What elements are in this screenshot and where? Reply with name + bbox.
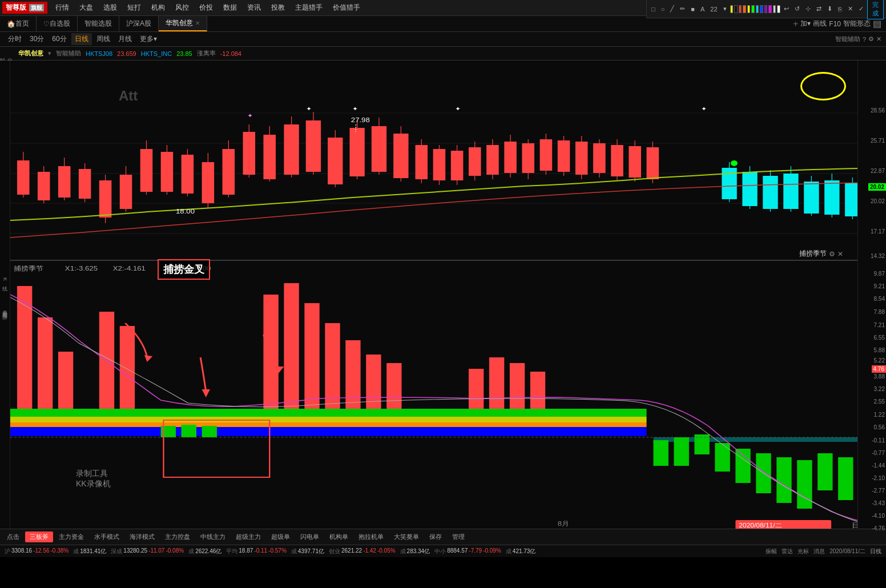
btn-zhuli-kongpan[interactable]: 主力控盘 [160, 531, 195, 542]
tab-home[interactable]: 🏠 首页 [0, 16, 37, 31]
draw-button[interactable]: 画线 [813, 19, 827, 29]
tab-watchlist[interactable]: ♡ 自选股 [37, 16, 78, 31]
color-purple[interactable] [764, 5, 768, 13]
menu-item-jiazhi[interactable]: 价值猎手 [328, 2, 365, 14]
shape-pen-icon[interactable]: ✏ [678, 4, 687, 14]
intel-help-icon[interactable]: ? [863, 36, 866, 43]
transform-icon[interactable]: ⇄ [814, 4, 824, 14]
svg-text:8月: 8月 [558, 520, 569, 527]
btn-jigou-dan[interactable]: 机构单 [325, 531, 353, 542]
period-month[interactable]: 月线 [115, 33, 135, 45]
status-sh-vol: 成 1831.41亿 [73, 547, 106, 555]
btn-zhuli-zijin[interactable]: 主力资金 [54, 531, 88, 542]
shape-square-icon[interactable]: ■ [688, 5, 697, 14]
color-green[interactable] [751, 5, 755, 13]
menu-item-zixun[interactable]: 资讯 [243, 2, 265, 14]
cy-label: 创业 [329, 547, 340, 555]
done-button[interactable]: 完成 [867, 0, 884, 19]
menu-item-dapan[interactable]: 大盘 [75, 2, 98, 14]
btn-shuishou-mode[interactable]: 水手模式 [90, 531, 124, 542]
shape-circle-icon[interactable]: ○ [659, 5, 667, 14]
btn-zhongxian-zhuli[interactable]: 中线主力 [196, 531, 230, 542]
btn-daxiao-ao-dan[interactable]: 大笑獒单 [389, 531, 424, 542]
color-yellow[interactable] [730, 5, 734, 13]
bululijie-settings-icon[interactable]: ⚙ [829, 250, 835, 258]
undo-icon[interactable]: ↩ [782, 4, 791, 14]
color-cyan[interactable] [756, 5, 759, 13]
intel-settings-icon[interactable]: ⚙ [868, 35, 874, 43]
btn-save[interactable]: 保存 [425, 531, 446, 542]
color-red[interactable] [739, 5, 742, 13]
svg-rect-105 [38, 317, 53, 409]
svg-text:18.00: 18.00 [176, 208, 195, 215]
add-tab-button[interactable]: + [793, 19, 798, 29]
btn-chaoji-zhuli[interactable]: 超级主力 [231, 531, 265, 542]
bululijie-close-icon[interactable]: ✕ [837, 250, 843, 258]
ind-neg-1-44: -1.44 [872, 462, 885, 469]
period-fen[interactable]: 分时 [5, 33, 25, 45]
f10-button[interactable]: F10 [829, 20, 841, 28]
font-size-arrow[interactable]: ▾ [721, 4, 729, 14]
menu-item-fengkong[interactable]: 风控 [171, 2, 194, 14]
svg-rect-99 [10, 409, 647, 417]
btn-chaoji-dan[interactable]: 超级单 [267, 531, 295, 542]
stock-info-bar: 分时 华凯创意 ▾ 智能辅助 HKTSJ08 23.659 HKTS_INC 2… [0, 47, 886, 61]
tab-stock-detail[interactable]: 华凯创意 ✕ [159, 16, 207, 31]
menu-item-jigou[interactable]: 机构 [147, 2, 170, 14]
shape-line-icon[interactable]: ╱ [668, 4, 676, 14]
check-icon[interactable]: ✓ [856, 4, 866, 14]
color-blue[interactable] [760, 5, 763, 13]
status-zhengfu-btn[interactable]: 振幅 [766, 547, 777, 555]
layout-button[interactable]: ▤ [873, 18, 881, 29]
status-msg-btn[interactable]: 消息 [813, 547, 825, 555]
period-week[interactable]: 周线 [93, 33, 114, 45]
color-yellow2[interactable] [747, 5, 751, 13]
btn-sanbanfu[interactable]: 三板斧 [25, 531, 53, 542]
btn-baola-dan[interactable]: 抱拉机单 [354, 531, 388, 542]
select-icon[interactable]: ⊹ [803, 4, 813, 14]
menu-item-duanda[interactable]: 短打 [123, 2, 146, 14]
color-black[interactable] [734, 5, 738, 13]
menu-item-xuangu[interactable]: 选股 [99, 2, 122, 14]
status-cursor-btn[interactable]: 光标 [798, 547, 809, 555]
indicator-toggle[interactable]: ▾ [48, 50, 51, 57]
shape-rect-icon[interactable]: □ [649, 5, 658, 14]
svg-text:✦: ✦ [455, 106, 461, 112]
menu-item-shuju[interactable]: 数据 [219, 2, 241, 14]
tab-smart-select[interactable]: 智能选股 [78, 16, 119, 31]
btn-dianji[interactable]: 点击 [2, 531, 24, 542]
intel-close-icon[interactable]: ✕ [876, 35, 881, 43]
menu-item-xingqing[interactable]: 行情 [51, 2, 74, 14]
btn-haiyang-mode[interactable]: 海洋模式 [125, 531, 159, 542]
menu-item-lieishou[interactable]: 主题猎手 [291, 2, 327, 14]
sh-vol-val: 1831.41亿 [80, 547, 106, 555]
btn-shandian-dan[interactable]: 闪电单 [296, 531, 324, 542]
color-white[interactable] [777, 5, 780, 13]
period-more[interactable]: 更多▾ [136, 33, 160, 45]
period-day[interactable]: 日线 [71, 33, 92, 45]
smart-form-button[interactable]: 智能形态 [843, 19, 871, 29]
zx-pct: -0.09% [483, 547, 501, 555]
color-gray[interactable] [773, 5, 776, 13]
btn-manage[interactable]: 管理 [448, 531, 469, 542]
menu-item-toutiao[interactable]: 投教 [267, 2, 289, 14]
period-60[interactable]: 60分 [49, 33, 70, 45]
copy-icon[interactable]: ⎘ [836, 5, 844, 14]
tab-a-shares[interactable]: 沪深A股 [119, 16, 159, 31]
status-cy-vol: 成 283.34亿 [400, 547, 430, 555]
color-magenta[interactable] [768, 5, 772, 13]
text-icon[interactable]: A [698, 5, 707, 14]
download-icon[interactable]: ⬇ [825, 4, 835, 14]
chart-svg-container[interactable]: 27.98 18.00 ✦ ✦ ✦ ✦ ✦ 捕捞季节 X1:-3.625 X2:… [10, 61, 886, 529]
font-size-input[interactable]: 22 [708, 5, 719, 14]
chart-settings-button[interactable]: 加▾ [800, 19, 811, 29]
tab-close-icon[interactable]: ✕ [195, 20, 200, 26]
cy-pct: -0.05% [377, 547, 396, 555]
ind-9-87: 9.87 [874, 271, 885, 277]
menu-item-jiutou[interactable]: 价投 [195, 2, 218, 14]
delete-icon[interactable]: ✕ [845, 4, 855, 14]
color-orange[interactable] [743, 5, 746, 13]
status-radar-btn[interactable]: 雷达 [782, 547, 793, 555]
redo-icon[interactable]: ↺ [792, 4, 802, 14]
period-30[interactable]: 30分 [26, 33, 47, 45]
